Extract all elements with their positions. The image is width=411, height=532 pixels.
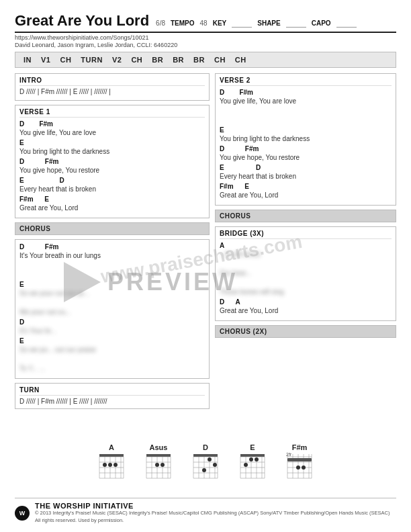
left-column: INTRO D ///// | F#m ////// | E ///// | /… xyxy=(15,73,210,413)
capo-value xyxy=(336,19,357,28)
nav-item-CH3[interactable]: CH xyxy=(212,55,228,64)
bridge-label: BRIDGE (3X) xyxy=(220,230,392,239)
chord-grid-Fsm: 2fr xyxy=(286,453,313,480)
chorus-header-left: CHORUS xyxy=(15,222,210,235)
ch-line-2 xyxy=(19,261,205,279)
br-line-2: Our hear... xyxy=(220,260,392,277)
svg-point-42 xyxy=(213,463,217,467)
chord-grid-A xyxy=(98,453,125,480)
svg-point-14 xyxy=(113,463,118,467)
chorus-section-left: D F#m It's Your breath in our lungs E So… xyxy=(15,239,210,379)
footer-org: THE WORSHIP INITIATIVE xyxy=(35,502,396,510)
chord-diag-Fsm: F#m 2fr xyxy=(286,443,313,480)
chord-grid-E xyxy=(239,453,266,480)
verse2-section: VERSE 2 D F#m You give life, You are lov… xyxy=(215,73,396,206)
svg-point-58 xyxy=(244,463,248,467)
v2-line-4: D F#m You give hope, You restore xyxy=(220,144,392,162)
chord-diag-D: D xyxy=(192,443,219,480)
capo-label: CAPO xyxy=(312,19,331,27)
shape-value xyxy=(286,19,306,28)
svg-text:2fr: 2fr xyxy=(286,453,292,457)
chorus-header-right: CHORUS xyxy=(215,210,396,222)
intro-content: D ///// | F#m ////// | E ///// | ///////… xyxy=(19,88,205,96)
verse1-label: VERSE 1 xyxy=(19,108,205,118)
intro-section: INTRO D ///// | F#m ////// | E ///// | /… xyxy=(15,73,210,101)
nav-item-CH4[interactable]: CH xyxy=(232,55,249,64)
time-sig: 6/8 xyxy=(156,19,165,27)
page: Great Are You Lord 6/8 TEMPO 48 KEY SHAP… xyxy=(0,0,411,532)
svg-point-12 xyxy=(103,463,107,467)
key-label: KEY xyxy=(213,19,227,27)
v1-line-4: E D Every heart that is broken xyxy=(19,176,205,193)
chord-grid-Asus xyxy=(145,453,172,480)
svg-rect-0 xyxy=(99,454,124,457)
tempo-value: 48 xyxy=(200,19,208,27)
right-column: VERSE 2 D F#m You give life, You are lov… xyxy=(215,73,396,413)
header: Great Are You Lord 6/8 TEMPO 48 KEY SHAP… xyxy=(15,12,396,48)
nav-item-BR3[interactable]: BR xyxy=(191,55,208,64)
intro-label: INTRO xyxy=(19,77,205,86)
svg-point-72 xyxy=(302,466,306,470)
nav-bar: IN V1 CH TURN V2 CH BR BR BR CH CH xyxy=(15,52,396,68)
svg-point-28 xyxy=(161,463,165,467)
nav-item-IN[interactable]: IN xyxy=(21,55,34,64)
svg-point-56 xyxy=(249,457,253,461)
verse2-label: VERSE 2 xyxy=(220,77,392,86)
v1-line-1: D F#m You give life, You are love xyxy=(19,120,205,137)
url-line: https://www.theworshipinitiative.com/Son… xyxy=(15,34,396,41)
ch-line-5: D It's Your br... xyxy=(19,318,205,335)
chord-grid-D xyxy=(192,453,219,480)
v2-line-6: F#m E Great are You, Lord xyxy=(220,182,392,200)
svg-point-41 xyxy=(208,457,212,461)
nav-item-V1[interactable]: V1 xyxy=(38,55,53,64)
v1-line-3: D F#m You give hope, You restore xyxy=(19,157,205,175)
br-line-3: These bones will sing xyxy=(220,279,392,296)
shape-label: SHAPE xyxy=(257,19,280,27)
br-line-1: A ...th will shout xyxy=(220,241,392,259)
svg-point-43 xyxy=(202,468,206,472)
footer-copyright: © 2013 Integrity's Praise! Music (SESAC)… xyxy=(35,510,396,524)
meta-info: 6/8 TEMPO 48 KEY SHAPE CAPO xyxy=(156,19,357,28)
v2-line-5: E D Every heart that is broken xyxy=(220,163,392,181)
authors-line: David Leonard, Jason Ingram, Leslie Jord… xyxy=(15,42,396,48)
verse1-section: VERSE 1 D F#m You give life, You are lov… xyxy=(15,105,210,218)
svg-point-13 xyxy=(108,463,112,467)
chord-diag-Asus: Asus xyxy=(145,443,172,480)
turn-label: TURN xyxy=(19,386,205,396)
v1-line-2: E You bring light to the darkness xyxy=(19,138,205,156)
footer: W THE WORSHIP INITIATIVE © 2013 Integrit… xyxy=(15,498,396,524)
nav-item-CH2[interactable]: CH xyxy=(128,55,145,64)
v2-line-3: E You bring light to the darkness xyxy=(220,126,392,143)
nav-item-BR1[interactable]: BR xyxy=(149,55,166,64)
nav-item-CH1[interactable]: CH xyxy=(57,55,74,64)
svg-point-57 xyxy=(255,457,259,461)
turn-content: D ///// | F#m ////// | E ///// | /////// xyxy=(19,398,205,406)
br-line-4: D A Great are You, Lord xyxy=(220,298,392,315)
turn-section: TURN D ///// | F#m ////// | E ///// | //… xyxy=(15,383,210,409)
tempo-label: TEMPO xyxy=(171,19,195,27)
nav-item-TURN[interactable]: TURN xyxy=(78,55,105,64)
chord-diag-A: A xyxy=(98,443,125,480)
svg-rect-44 xyxy=(240,454,265,457)
v2-line-1: D F#m You give life, You are love xyxy=(220,88,392,105)
svg-point-71 xyxy=(296,466,300,470)
nav-item-BR2[interactable]: BR xyxy=(170,55,187,64)
footer-logo: W xyxy=(15,506,30,521)
bridge-section: BRIDGE (3X) A ...th will shout Our hear.… xyxy=(215,226,396,321)
footer-info: THE WORSHIP INITIATIVE © 2013 Integrity'… xyxy=(35,502,396,524)
main-columns: INTRO D ///// | F#m ////// | E ///// | /… xyxy=(15,73,396,413)
svg-rect-70 xyxy=(287,458,312,461)
v1-line-5: F#m E Great are You, Lord xyxy=(19,195,205,212)
nav-item-V2[interactable]: V2 xyxy=(109,55,124,64)
chord-diag-E: E xyxy=(239,443,266,480)
ch-line-4: We pour out ou... xyxy=(19,299,205,316)
v2-line-2 xyxy=(220,107,392,124)
svg-point-27 xyxy=(155,463,159,467)
chord-diagrams-area: A xyxy=(15,438,396,485)
svg-rect-29 xyxy=(193,454,218,457)
svg-rect-15 xyxy=(146,454,171,457)
chorus-2x-header: CHORUS (2X) xyxy=(215,325,396,338)
ch-line-1: D F#m It's Your breath in our lungs xyxy=(19,242,205,260)
ch-line-3: E So we pour out our pr... xyxy=(19,280,205,298)
ch-line-6: E So we po... out our praise xyxy=(19,337,205,354)
